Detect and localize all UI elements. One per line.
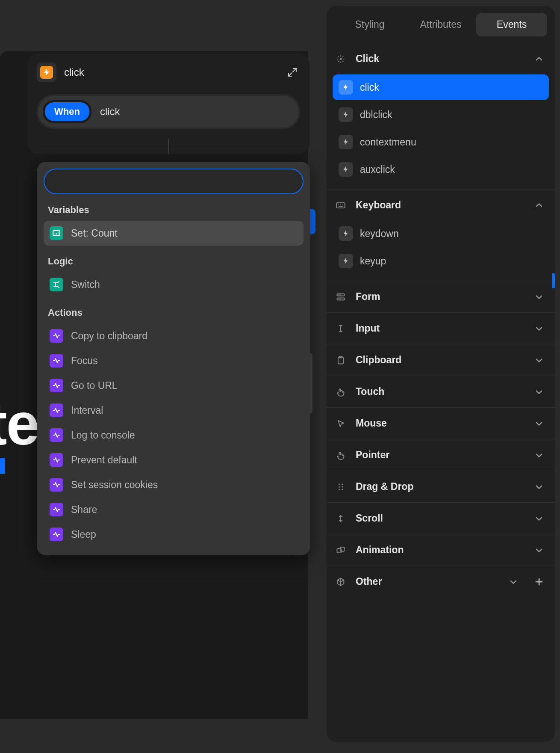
group-label: Actions [48, 307, 299, 318]
action-option[interactable]: Share [44, 497, 304, 522]
chevron-up-icon [534, 54, 544, 64]
selection-handle [0, 458, 5, 474]
event-label: keyup [360, 255, 386, 267]
chevron-down-icon [534, 482, 544, 492]
lightning-icon [339, 254, 353, 268]
category-title: Touch [356, 386, 525, 397]
when-pill: When [43, 100, 91, 123]
category-header[interactable]: Touch [327, 376, 555, 407]
event-item[interactable]: keyup [333, 248, 549, 274]
action-option[interactable]: Copy to clipboard [44, 323, 304, 348]
var-icon [50, 226, 63, 240]
event-item[interactable]: contextmenu [333, 129, 549, 155]
trigger-row[interactable]: When click [37, 94, 300, 129]
category-header[interactable]: Scroll [327, 503, 555, 534]
action-search-popover: Variables Set: CountLogic SwitchActions … [37, 162, 310, 555]
action-option[interactable]: Interval [44, 398, 304, 423]
category-header[interactable]: Mouse [327, 408, 555, 439]
pulse-icon [50, 503, 63, 516]
event-category: Form [327, 281, 555, 312]
action-option[interactable]: Log to console [44, 423, 304, 448]
cursor-click-icon [335, 53, 346, 65]
category-title: Clipboard [356, 354, 525, 366]
category-header[interactable]: Pointer [327, 439, 555, 471]
form-icon [335, 291, 346, 302]
category-title: Animation [356, 544, 525, 556]
lightning-icon [339, 80, 353, 95]
category-header[interactable]: Other [327, 566, 555, 597]
category-title: Keyboard [356, 199, 525, 211]
action-option[interactable]: Set session cookies [44, 472, 304, 497]
sidebar-panel: StylingAttributesEvents Click click dblc… [327, 6, 555, 742]
cube-icon [335, 576, 346, 587]
tab-events[interactable]: Events [476, 13, 547, 36]
event-category: Keyboard keydown keyup [327, 189, 555, 281]
flow-header: click [27, 54, 309, 90]
event-category: Touch [327, 376, 555, 407]
chevron-down-icon [534, 356, 544, 365]
action-option[interactable]: Focus [44, 348, 304, 373]
pulse-icon [50, 453, 63, 467]
hand-icon [335, 450, 346, 461]
action-option[interactable]: Prevent default [44, 448, 304, 472]
tab-styling[interactable]: Styling [334, 13, 405, 36]
text-cursor-icon [335, 323, 346, 334]
category-title: Click [356, 53, 525, 65]
category-title: Drag & Drop [356, 481, 525, 492]
flow-icon-wrap [37, 62, 56, 82]
category-header[interactable]: Keyboard [327, 190, 555, 221]
event-label: keydown [360, 228, 399, 240]
event-item[interactable]: auxclick [333, 157, 549, 182]
action-option-label: Focus [71, 355, 98, 367]
category-title: Input [356, 323, 525, 334]
event-category: Scroll [327, 502, 555, 534]
category-header[interactable]: Drag & Drop [327, 471, 555, 502]
event-category: Clipboard [327, 344, 555, 376]
event-list: keydown keyup [327, 221, 555, 281]
pulse-icon [50, 428, 63, 442]
event-label: contextmenu [360, 136, 416, 148]
chevron-down-icon [534, 545, 544, 555]
action-option[interactable]: Set: Count [44, 221, 304, 246]
expand-button[interactable] [286, 66, 298, 78]
event-label: click [360, 82, 379, 93]
event-category: Input [327, 312, 555, 344]
flow-connector [168, 139, 169, 154]
background-text: te [0, 389, 38, 459]
drag-icon [335, 481, 346, 492]
action-option-label: Share [71, 504, 97, 516]
category-title: Mouse [356, 418, 525, 429]
chevron-down-icon [534, 451, 544, 460]
action-option-label: Interval [71, 405, 103, 416]
event-category: Mouse [327, 407, 555, 439]
category-header[interactable]: Form [327, 281, 555, 312]
category-header[interactable]: Click [327, 43, 555, 74]
sidebar-scrollbar-thumb[interactable] [552, 273, 555, 288]
category-header[interactable]: Input [327, 313, 555, 344]
action-option[interactable]: Sleep [44, 522, 304, 547]
lightning-icon [339, 226, 353, 241]
category-title: Pointer [356, 449, 525, 461]
action-option[interactable]: Switch [44, 272, 304, 297]
chevron-down-icon [534, 292, 544, 302]
pulse-icon [50, 403, 63, 417]
event-item[interactable]: keydown [333, 221, 549, 246]
chevron-down-icon [534, 419, 544, 428]
group-label: Logic [48, 256, 299, 267]
event-item[interactable]: dblclick [333, 102, 549, 127]
event-item[interactable]: click [333, 74, 549, 100]
switch-icon [50, 278, 63, 291]
category-header[interactable]: Animation [327, 534, 555, 566]
tab-attributes[interactable]: Attributes [405, 13, 476, 36]
lightning-icon [339, 162, 353, 177]
action-option[interactable]: Go to URL [44, 373, 304, 398]
event-label: auxclick [360, 164, 395, 175]
action-option-label: Log to console [71, 430, 135, 441]
sidebar-tabs: StylingAttributesEvents [327, 6, 555, 43]
add-event-button[interactable] [534, 577, 544, 587]
chevron-up-icon [534, 201, 544, 210]
flow-title: click [64, 66, 286, 78]
category-header[interactable]: Clipboard [327, 344, 555, 376]
action-search-input[interactable] [44, 169, 304, 194]
category-title: Form [356, 291, 525, 302]
